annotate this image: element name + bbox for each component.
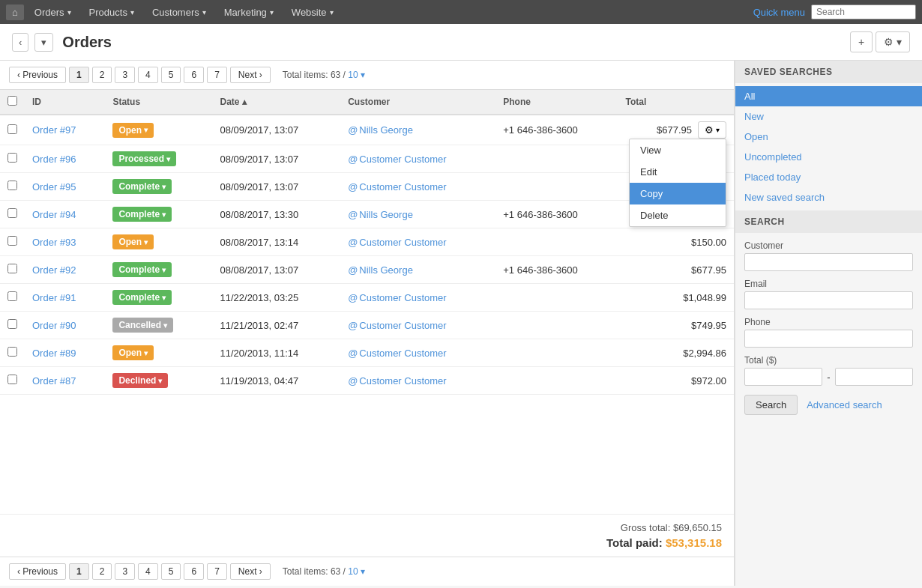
status-badge[interactable]: Processed ▾ bbox=[112, 151, 176, 166]
page-6-button-bottom[interactable]: 6 bbox=[184, 563, 204, 580]
global-search-input[interactable] bbox=[811, 4, 916, 19]
gear-button[interactable]: ⚙ ▾ bbox=[698, 121, 726, 139]
nav-customers[interactable]: Customers ▾ bbox=[145, 4, 214, 21]
previous-page-button-top[interactable]: ‹ Previous bbox=[9, 67, 66, 83]
order-link[interactable]: Order #96 bbox=[32, 154, 76, 165]
add-order-button[interactable]: + bbox=[850, 31, 873, 52]
nav-marketing[interactable]: Marketing ▾ bbox=[217, 4, 281, 21]
previous-page-button-bottom[interactable]: ‹ Previous bbox=[9, 563, 66, 580]
per-page-select-top[interactable]: 10 ▾ bbox=[348, 70, 365, 80]
page-7-button-bottom[interactable]: 7 bbox=[207, 563, 227, 580]
status-badge[interactable]: Open ▾ bbox=[112, 123, 154, 138]
page-1-button-top[interactable]: 1 bbox=[69, 67, 89, 83]
page-4-button-bottom[interactable]: 4 bbox=[138, 563, 158, 580]
customer-link[interactable]: @Customer Customer bbox=[348, 237, 447, 248]
search-button[interactable]: Search bbox=[744, 395, 798, 415]
saved-search-item-new-saved-search[interactable]: New saved search bbox=[735, 187, 922, 207]
order-link[interactable]: Order #92 bbox=[32, 264, 76, 276]
row-checkbox[interactable] bbox=[7, 347, 17, 357]
page-6-button-top[interactable]: 6 bbox=[184, 67, 204, 83]
context-menu-item-edit[interactable]: Edit bbox=[630, 161, 726, 183]
back-button[interactable]: ‹ bbox=[12, 33, 28, 52]
customer-link[interactable]: @Customer Customer bbox=[348, 292, 447, 303]
nav-dropdown-button[interactable]: ▾ bbox=[34, 33, 53, 52]
next-page-button-bottom[interactable]: Next › bbox=[230, 563, 271, 580]
context-menu: ViewEditCopyDelete bbox=[629, 139, 726, 227]
context-menu-item-copy[interactable]: Copy bbox=[630, 183, 726, 204]
context-menu-item-view[interactable]: View bbox=[630, 139, 726, 161]
nav-orders[interactable]: Orders ▾ bbox=[27, 4, 79, 21]
order-link[interactable]: Order #95 bbox=[32, 181, 76, 193]
customer-link[interactable]: @Customer Customer bbox=[348, 181, 447, 193]
order-link[interactable]: Order #97 bbox=[32, 124, 76, 136]
page-2-button-bottom[interactable]: 2 bbox=[92, 563, 112, 580]
status-badge[interactable]: Complete ▾ bbox=[112, 207, 172, 222]
status-badge[interactable]: Declined ▾ bbox=[112, 373, 168, 388]
row-checkbox[interactable] bbox=[7, 319, 17, 329]
status-badge[interactable]: Complete ▾ bbox=[112, 262, 172, 277]
row-checkbox[interactable] bbox=[7, 375, 17, 384]
total-max-input[interactable] bbox=[835, 368, 913, 386]
total-min-input[interactable] bbox=[744, 368, 822, 386]
page-5-button-bottom[interactable]: 5 bbox=[161, 563, 181, 580]
page-7-button-top[interactable]: 7 bbox=[207, 67, 227, 83]
customer-search-input[interactable] bbox=[744, 253, 913, 271]
order-link[interactable]: Order #87 bbox=[32, 375, 76, 387]
table-row: Order #96 Processed ▾ 08/09/2017, 13:07@… bbox=[0, 145, 734, 173]
customer-link[interactable]: @Nills George bbox=[348, 264, 413, 276]
nav-website[interactable]: Website ▾ bbox=[284, 4, 341, 21]
row-checkbox[interactable] bbox=[7, 124, 17, 134]
home-button[interactable]: ⌂ bbox=[6, 4, 24, 20]
status-badge[interactable]: Open ▾ bbox=[112, 345, 154, 360]
customer-link[interactable]: @Nills George bbox=[348, 209, 413, 220]
customer-link[interactable]: @Customer Customer bbox=[348, 320, 447, 331]
phone-search-input[interactable] bbox=[744, 330, 913, 348]
row-checkbox[interactable] bbox=[7, 264, 17, 273]
row-checkbox[interactable] bbox=[7, 236, 17, 246]
order-link[interactable]: Order #89 bbox=[32, 348, 76, 359]
row-checkbox[interactable] bbox=[7, 181, 17, 190]
page-2-button-top[interactable]: 2 bbox=[92, 67, 112, 83]
order-link[interactable]: Order #91 bbox=[32, 292, 76, 303]
saved-search-item-placed-today[interactable]: Placed today bbox=[735, 167, 922, 187]
order-date: 08/09/2017, 13:07 bbox=[213, 115, 341, 145]
page-1-button-bottom[interactable]: 1 bbox=[69, 563, 89, 580]
page-3-button-bottom[interactable]: 3 bbox=[115, 563, 135, 580]
customer-link[interactable]: @Customer Customer bbox=[348, 154, 447, 165]
pagination-top: ‹ Previous 1 2 3 4 5 6 7 Next › Total it… bbox=[0, 61, 734, 90]
quick-menu-button[interactable]: Quick menu bbox=[753, 7, 805, 18]
saved-search-item-new[interactable]: New bbox=[735, 106, 922, 127]
saved-search-item-all[interactable]: All bbox=[735, 86, 922, 106]
nav-products[interactable]: Products ▾ bbox=[82, 4, 142, 21]
context-menu-item-delete[interactable]: Delete bbox=[630, 204, 726, 226]
order-link[interactable]: Order #93 bbox=[32, 237, 76, 248]
status-badge[interactable]: Complete ▾ bbox=[112, 290, 172, 305]
saved-search-item-uncompleted[interactable]: Uncompleted bbox=[735, 147, 922, 167]
per-page-select-bottom[interactable]: 10 ▾ bbox=[348, 566, 365, 577]
status-badge[interactable]: Open ▾ bbox=[112, 234, 154, 249]
row-checkbox[interactable] bbox=[7, 291, 17, 301]
table-row: Order #91 Complete ▾ 11/22/2013, 03:25@C… bbox=[0, 284, 734, 312]
status-badge[interactable]: Complete ▾ bbox=[112, 179, 172, 194]
page-3-button-top[interactable]: 3 bbox=[115, 67, 135, 83]
col-date[interactable]: Date ▴ bbox=[213, 90, 341, 115]
customer-link[interactable]: @Nills George bbox=[348, 124, 413, 136]
order-link[interactable]: Order #94 bbox=[32, 209, 76, 220]
order-date: 11/21/2013, 02:47 bbox=[213, 312, 341, 339]
customer-link[interactable]: @Customer Customer bbox=[348, 375, 447, 387]
row-checkbox[interactable] bbox=[7, 208, 17, 218]
customer-link[interactable]: @Customer Customer bbox=[348, 348, 447, 359]
row-checkbox[interactable] bbox=[7, 153, 17, 163]
settings-button[interactable]: ⚙ ▾ bbox=[876, 31, 910, 52]
email-search-input[interactable] bbox=[744, 291, 913, 309]
page-4-button-top[interactable]: 4 bbox=[138, 67, 158, 83]
select-all-checkbox[interactable] bbox=[7, 96, 17, 106]
page-5-button-top[interactable]: 5 bbox=[161, 67, 181, 83]
saved-search-item-open[interactable]: Open bbox=[735, 127, 922, 147]
status-badge[interactable]: Cancelled ▾ bbox=[112, 318, 173, 333]
next-page-button-top[interactable]: Next › bbox=[230, 67, 271, 83]
order-link[interactable]: Order #90 bbox=[32, 320, 76, 331]
orders-table: ID Status Date ▴ Customer Phone Total Or… bbox=[0, 90, 734, 395]
advanced-search-link[interactable]: Advanced search bbox=[807, 399, 882, 410]
gear-menu-wrap: ⚙ ▾ViewEditCopyDelete bbox=[698, 121, 726, 139]
